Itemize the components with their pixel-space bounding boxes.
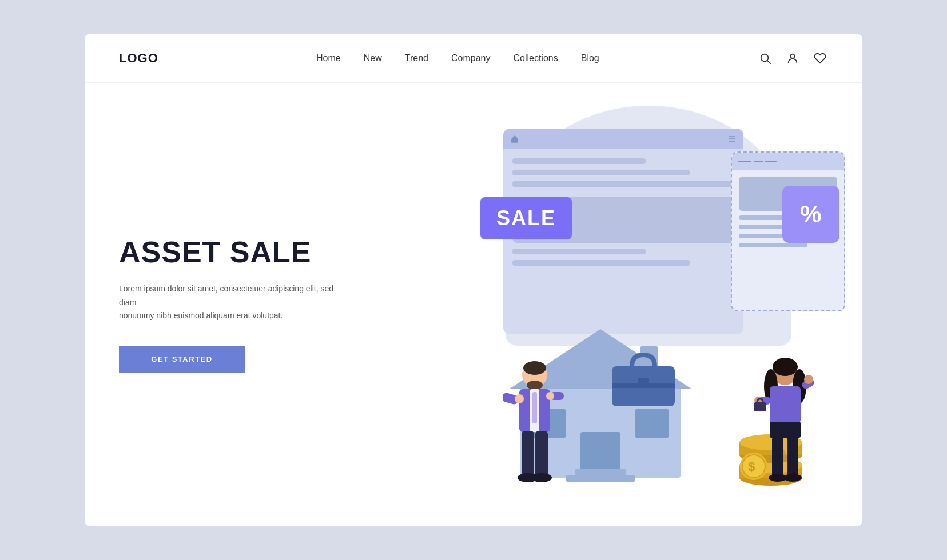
nav-company[interactable]: Company — [451, 53, 490, 63]
navigation: Home New Trend Company Collections Blog — [316, 53, 599, 63]
page-wrapper: LOGO Home New Trend Company Collections … — [85, 34, 862, 526]
content-line — [739, 243, 807, 247]
search-icon[interactable] — [757, 50, 773, 66]
logo: LOGO — [119, 51, 158, 66]
content-line — [512, 158, 646, 164]
nav-collections[interactable]: Collections — [513, 53, 558, 63]
sale-badge: SALE — [480, 197, 572, 239]
get-started-button[interactable]: GET STARTED — [119, 346, 245, 373]
percent-badge: % — [782, 186, 839, 243]
svg-rect-16 — [638, 378, 649, 387]
svg-point-42 — [531, 473, 552, 482]
home-icon — [510, 134, 519, 143]
svg-point-44 — [773, 358, 798, 376]
illustration-section: SALE % — [435, 83, 862, 526]
main-content: ASSET SALE Lorem ipsum dolor sit amet, c… — [85, 83, 862, 526]
buyer-svg — [754, 358, 817, 483]
menu-line — [738, 161, 751, 162]
browser-bar-front — [732, 153, 844, 170]
nav-trend[interactable]: Trend — [405, 53, 428, 63]
briefcase-svg — [606, 346, 681, 409]
svg-rect-55 — [787, 437, 798, 478]
nav-blog[interactable]: Blog — [581, 53, 599, 63]
content-line — [512, 249, 646, 254]
svg-rect-58 — [793, 472, 795, 480]
svg-rect-12 — [575, 469, 626, 476]
menu-line — [765, 161, 777, 162]
content-line — [512, 170, 690, 175]
agent-svg — [503, 358, 566, 483]
browser-bar-back — [503, 129, 743, 149]
svg-rect-54 — [772, 437, 783, 478]
buyer-person — [754, 358, 817, 486]
svg-rect-47 — [770, 386, 801, 423]
header-icons — [757, 50, 828, 66]
header: LOGO Home New Trend Company Collections … — [85, 34, 862, 83]
nav-home[interactable]: Home — [316, 53, 341, 63]
hero-section: ASSET SALE Lorem ipsum dolor sit amet, c… — [85, 83, 435, 526]
menu-line — [754, 161, 763, 162]
svg-rect-52 — [754, 402, 766, 411]
svg-point-38 — [546, 392, 554, 400]
hero-title: ASSET SALE — [119, 236, 400, 269]
svg-rect-40 — [535, 431, 548, 478]
svg-point-31 — [527, 381, 543, 390]
content-line — [512, 181, 734, 187]
svg-point-30 — [523, 361, 546, 375]
nav-new[interactable]: New — [364, 53, 382, 63]
heart-icon[interactable] — [812, 50, 828, 66]
svg-rect-53 — [770, 422, 801, 438]
svg-point-36 — [515, 394, 524, 403]
svg-rect-39 — [522, 431, 534, 478]
svg-line-1 — [767, 61, 770, 63]
briefcase-illustration — [606, 346, 681, 411]
svg-rect-10 — [635, 409, 669, 438]
user-icon[interactable] — [785, 50, 801, 66]
svg-point-2 — [790, 54, 794, 58]
agent-person — [503, 358, 566, 486]
svg-rect-34 — [532, 392, 537, 423]
content-line — [512, 260, 690, 266]
hero-subtitle: Lorem ipsum dolor sit amet, consectetuer… — [119, 282, 336, 323]
svg-point-49 — [804, 375, 813, 384]
menu-icon — [727, 134, 737, 143]
